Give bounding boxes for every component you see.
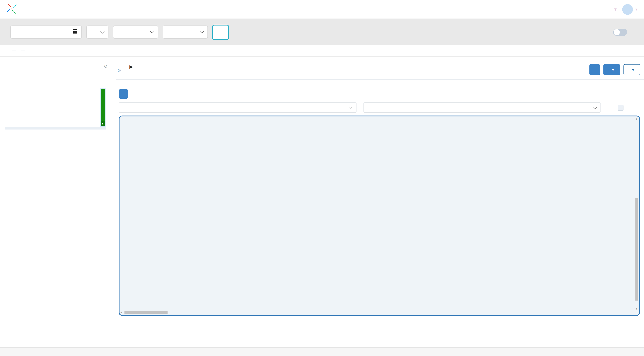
chevron-down-icon (100, 29, 104, 33)
run-link[interactable]: ▶ (130, 63, 134, 70)
scroll-down-icon[interactable]: ▼ (635, 307, 638, 310)
toggle-knob (614, 29, 620, 35)
collapse-sidebar-icon[interactable]: « (104, 62, 108, 69)
log-level-select[interactable] (119, 102, 356, 113)
footer (0, 347, 644, 356)
navbar: ▾ ▾ (0, 0, 644, 19)
slash-keycap (20, 50, 26, 51)
page-size-select[interactable] (86, 26, 108, 39)
run-states-select[interactable] (162, 26, 208, 39)
filter-bar (0, 19, 644, 45)
manual-run-play-icon: ▶ (100, 121, 105, 126)
airflow-logo[interactable] (6, 3, 19, 16)
scroll-left-icon[interactable]: ◀ (120, 311, 122, 314)
horizontal-scroll-thumb[interactable] (124, 311, 168, 314)
chevron-down-icon (593, 105, 597, 109)
filter-tasks-button[interactable]: ▼ (624, 64, 640, 75)
avatar (622, 4, 633, 15)
chevron-down-icon (150, 29, 154, 33)
airflow-pinwheel-icon (6, 3, 17, 16)
run-types-select[interactable] (113, 26, 158, 39)
grid-sidebar: « ▶ (0, 57, 111, 342)
clear-filters-button[interactable] (212, 25, 229, 40)
breadcrumb-run: ▶ (130, 62, 134, 69)
chevron-down-icon: ▼ (631, 68, 635, 72)
base-date-input[interactable] (10, 26, 82, 39)
airflow-app: ▾ ▾ (0, 0, 644, 356)
task-actions: ▼ ▼ (590, 62, 640, 75)
chevron-down-icon: ▾ (614, 7, 616, 12)
log-lines (123, 118, 633, 310)
shift-keycap (12, 50, 16, 51)
chevron-down-icon (200, 29, 204, 33)
shortcut-hint (10, 50, 28, 51)
breadcrumb-expand-icon[interactable]: » (118, 67, 122, 74)
chevron-down-icon: ▼ (611, 68, 615, 72)
horizontal-scrollbar[interactable]: ◀ (120, 311, 634, 314)
log-output-box: ▲ ▼ ◀ (119, 116, 640, 316)
task-tabs (116, 80, 644, 84)
task-header: » ▶ (116, 57, 644, 75)
breadcrumb: ▶ (124, 62, 140, 69)
dag-run-column[interactable]: ▶ (100, 88, 106, 127)
log-right-controls (618, 105, 640, 110)
task-content: » ▶ (111, 57, 644, 342)
utc-clock-dropdown[interactable]: ▾ (612, 7, 616, 12)
wrap-checkbox[interactable] (618, 105, 624, 110)
mark-state-as-button[interactable]: ▼ (604, 64, 620, 75)
manual-trigger-icon: ▶ (130, 65, 133, 69)
chevron-down-icon (349, 105, 352, 109)
wrap-control (618, 105, 626, 110)
vertical-scrollbar[interactable]: ▲ ▼ (635, 117, 638, 310)
clear-task-button[interactable] (590, 64, 600, 75)
log-controls (119, 102, 640, 113)
calendar-icon (73, 29, 77, 36)
shortcut-legend-row (0, 45, 644, 57)
vertical-scroll-thumb[interactable] (635, 198, 638, 301)
user-menu[interactable]: ▾ (622, 4, 637, 15)
dag-run-duration-bar[interactable]: ▶ (100, 89, 105, 126)
auto-refresh (610, 29, 627, 36)
file-source-select[interactable] (363, 102, 601, 113)
attempt-1-tab[interactable] (119, 89, 128, 99)
scroll-up-icon[interactable]: ▲ (635, 117, 638, 120)
navbar-right: ▾ ▾ (612, 4, 638, 15)
chevron-down-icon: ▾ (636, 7, 638, 12)
auto-refresh-toggle[interactable] (613, 29, 627, 36)
grid-divider (5, 127, 106, 129)
main-area: « ▶ » (0, 57, 644, 342)
